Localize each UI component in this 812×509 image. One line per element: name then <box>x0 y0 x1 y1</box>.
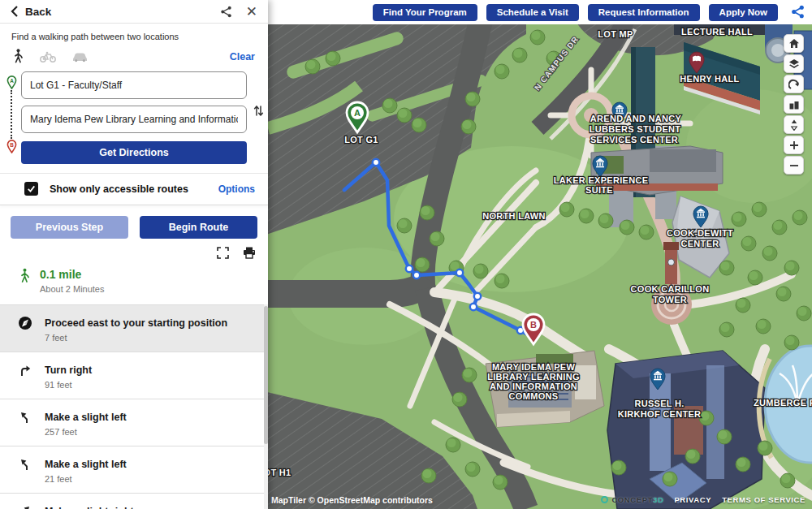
label-lubbers-1: AREND AND NANCY <box>590 114 682 123</box>
svg-text:A: A <box>354 108 361 118</box>
panel-header: Back ✕ <box>0 0 268 24</box>
label-lot-g1: LOT G1 <box>344 135 378 145</box>
turn-right-icon <box>18 362 32 390</box>
route-nav-row: Previous Step Begin Route <box>0 205 268 245</box>
home-button[interactable] <box>784 34 804 53</box>
campus-map[interactable]: LOT MP LECTURE HALL HENRY HALL N CAMPUS … <box>268 24 812 509</box>
label-lubbers-3: SERVICES CENTER <box>590 135 678 145</box>
print-icon[interactable] <box>243 247 256 259</box>
svg-text:B: B <box>530 320 537 330</box>
panel-scrollbar[interactable] <box>264 304 268 509</box>
label-henry-hall: HENRY HALL <box>680 74 739 84</box>
accessible-routes-label: Show only accessible routes <box>50 183 188 195</box>
destination-pin-icon: B <box>6 140 17 153</box>
label-laker-1: LAKER EXPERIENCE <box>554 175 649 185</box>
find-your-program-button[interactable]: Find Your Program <box>373 4 477 21</box>
svg-text:A: A <box>10 78 14 84</box>
label-library-4: COMMONS <box>509 391 559 401</box>
label-lot-mp: LOT MP <box>598 29 633 39</box>
rotate-button[interactable] <box>784 75 804 93</box>
back-button[interactable]: Back <box>11 6 51 18</box>
directions-panel: Back ✕ Find a walking path between two l… <box>0 0 268 509</box>
direction-steps: Proceed east to your starting position7 … <box>0 304 268 509</box>
compass-icon <box>18 315 32 343</box>
accessible-routes-row: Show only accessible routes Options <box>0 174 268 205</box>
step-row[interactable]: Proceed east to your starting position7 … <box>0 304 268 352</box>
walk-mode-icon[interactable] <box>13 49 24 64</box>
label-zumberge: ZUMBERGE PO <box>754 398 812 408</box>
destination-input[interactable] <box>21 106 247 133</box>
car-mode-icon[interactable] <box>72 51 88 63</box>
step-row[interactable]: Make a slight right97 feet <box>0 494 268 509</box>
zoom-out-button[interactable] <box>784 156 804 175</box>
share-icon[interactable] <box>220 6 232 18</box>
route-duration: About 2 Minutes <box>40 284 105 294</box>
slight-left-icon <box>18 409 32 437</box>
begin-route-button[interactable]: Begin Route <box>140 216 257 239</box>
accessible-routes-checkbox[interactable] <box>24 182 38 196</box>
app: Find Your Program Schedule a Visit Reque… <box>0 0 812 509</box>
map-attribution: MapTiler © OpenStreetMap contributors <box>271 495 433 505</box>
map-footer: CONCEPT3D PRIVACY TERMS OF SERVICE <box>601 495 806 504</box>
label-lot-h1: LOT H1 <box>268 468 291 477</box>
label-cook-dewitt-2: CENTER <box>680 239 719 248</box>
route-endpoints-rail: A B <box>6 75 17 153</box>
step-row[interactable]: Make a slight left257 feet <box>0 399 268 446</box>
map-canvas: LOT MP LECTURE HALL HENRY HALL N CAMPUS … <box>268 24 812 509</box>
origin-pin-icon: A <box>6 75 17 89</box>
map-controls <box>784 34 804 175</box>
svg-text:B: B <box>10 142 14 148</box>
layers-button[interactable] <box>784 54 804 73</box>
step-row[interactable]: Make a slight left21 feet <box>0 446 268 494</box>
label-carillon-1: COOK CARILLON <box>631 284 710 294</box>
panel-subtitle: Find a walking path between two location… <box>0 24 268 43</box>
chevron-left-icon <box>11 6 18 17</box>
get-directions-button[interactable]: Get Directions <box>21 141 247 164</box>
label-cook-dewitt-1: COOK-DEWITT <box>667 228 733 238</box>
close-icon[interactable]: ✕ <box>246 5 257 19</box>
label-north-lawn: NORTH LAWN <box>482 211 546 221</box>
zoom-in-button[interactable] <box>784 136 804 154</box>
step-row[interactable]: Turn right91 feet <box>0 352 268 399</box>
buildings-button[interactable] <box>784 95 804 114</box>
route-summary: 0.1 mile About 2 Minutes <box>0 262 268 304</box>
label-laker-2: SUITE <box>585 185 613 195</box>
terms-link[interactable]: TERMS OF SERVICE <box>722 495 806 504</box>
label-kirkhof-2: KIRKHOF CENTER <box>618 409 702 419</box>
location-inputs: A B <box>0 67 268 133</box>
label-carillon-2: TOWER <box>653 295 687 304</box>
privacy-link[interactable]: PRIVACY <box>674 495 711 504</box>
travel-mode-row: Clear <box>0 43 268 67</box>
schedule-a-visit-button[interactable]: Schedule a Visit <box>486 4 579 21</box>
request-information-button[interactable]: Request Information <box>588 4 700 21</box>
previous-step-button[interactable]: Previous Step <box>11 216 128 239</box>
expand-icon[interactable] <box>217 247 229 259</box>
bike-mode-icon[interactable] <box>40 51 56 63</box>
options-link[interactable]: Options <box>218 183 255 195</box>
label-library-1: MARY IDEMA PEW <box>492 362 576 372</box>
label-kirkhof-1: RUSSEL H. <box>634 399 684 408</box>
clear-link[interactable]: Clear <box>230 51 255 63</box>
walking-summary-icon <box>19 268 30 284</box>
route-tools <box>0 245 268 262</box>
swap-locations-icon[interactable] <box>253 105 264 120</box>
origin-input[interactable] <box>21 71 247 99</box>
slight-right-icon <box>18 503 32 509</box>
slight-left-icon <box>18 456 32 484</box>
route-distance: 0.1 mile <box>40 268 105 281</box>
label-lecture-hall: LECTURE HALL <box>681 27 753 37</box>
concept3d-logo-icon <box>601 496 608 503</box>
label-library-3: AND INFORMATION <box>490 382 577 391</box>
concept3d-brand[interactable]: CONCEPT3D <box>601 495 663 504</box>
tilt-button[interactable] <box>784 115 804 134</box>
label-lubbers-2: LUBBERS STUDENT <box>590 124 681 134</box>
top-nav-bar: Find Your Program Schedule a Visit Reque… <box>268 0 812 24</box>
label-library-2: LIBRARY LEARNING <box>487 372 580 382</box>
apply-now-button[interactable]: Apply Now <box>709 4 778 21</box>
share-map-icon[interactable] <box>791 5 805 22</box>
